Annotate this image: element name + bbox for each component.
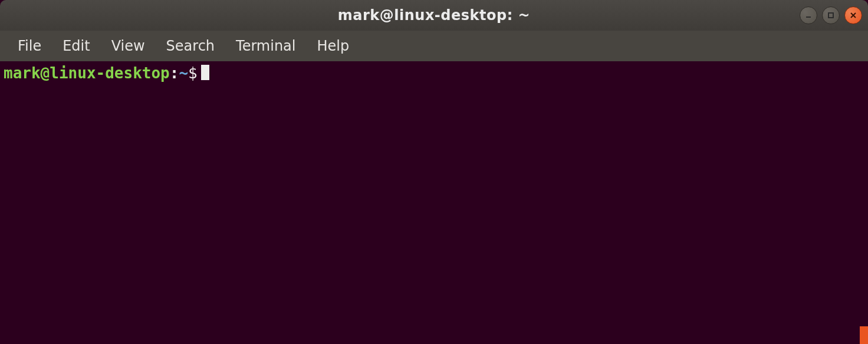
maximize-button[interactable]: [822, 6, 840, 24]
prompt-user-host: mark@linux-desktop: [4, 64, 170, 82]
minimize-icon: [804, 11, 813, 19]
close-icon: [849, 11, 857, 19]
titlebar: mark@linux-desktop: ~: [0, 0, 868, 31]
prompt-path: ~: [179, 64, 188, 82]
prompt-colon: :: [170, 64, 179, 82]
minimize-button[interactable]: [800, 6, 817, 24]
close-button[interactable]: [844, 6, 862, 24]
svg-rect-1: [828, 13, 833, 18]
menubar: File Edit View Search Terminal Help: [0, 31, 868, 61]
menu-search[interactable]: Search: [156, 34, 225, 58]
menu-edit[interactable]: Edit: [52, 34, 100, 58]
menu-view[interactable]: View: [101, 34, 156, 58]
window-controls: [800, 6, 862, 24]
prompt-symbol: $: [188, 64, 198, 82]
menu-file[interactable]: File: [7, 34, 52, 58]
menu-terminal[interactable]: Terminal: [225, 34, 306, 58]
terminal-cursor: [201, 65, 209, 80]
scrollbar-thumb[interactable]: [860, 326, 868, 344]
terminal-area[interactable]: mark@linux-desktop:~$: [0, 61, 868, 344]
window-title: mark@linux-desktop: ~: [0, 7, 868, 24]
menu-help[interactable]: Help: [307, 34, 360, 58]
maximize-icon: [827, 11, 835, 19]
